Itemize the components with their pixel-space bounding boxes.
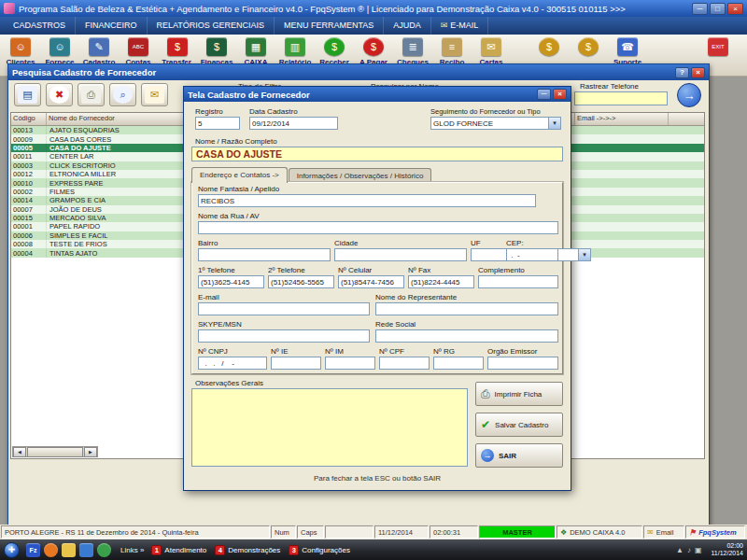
orgao-emissor-input[interactable] (487, 357, 558, 370)
dialog-close-button[interactable]: × (553, 89, 567, 100)
cep-input[interactable] (506, 248, 558, 261)
email-lista-button[interactable]: ✉ (141, 83, 168, 106)
toolbar-contas-button[interactable]: ABC Contas (120, 35, 157, 66)
cnpj-input[interactable] (198, 357, 267, 370)
salvar-cadastro-button[interactable]: ✔ Salvar Cadastro (475, 413, 563, 437)
menu-financeiro[interactable]: FINANCEIRO (76, 17, 148, 35)
toolbar-exit-button[interactable]: EXIT (699, 35, 737, 66)
imprimir-ficha-button[interactable]: ⎙ Imprimir Ficha (475, 382, 563, 406)
rg-input[interactable] (433, 357, 484, 370)
toolbar-cadastro-button[interactable]: ✎ Cadastro (80, 35, 118, 66)
email-input[interactable] (198, 302, 370, 315)
tab-endereco-contatos[interactable]: Endereço e Contatos -> (191, 167, 288, 183)
seguimento-select[interactable] (430, 117, 548, 130)
chevron-down-icon[interactable]: ▾ (548, 117, 561, 130)
cidade-input[interactable] (334, 248, 467, 261)
fax-input[interactable] (408, 275, 474, 288)
notification-button[interactable]: 4 Demonstrações (215, 545, 280, 555)
menu-cadastros[interactable]: CADASTROS (4, 17, 76, 35)
cpf-input[interactable] (379, 357, 430, 370)
telefone1-input[interactable] (198, 275, 264, 288)
im-input[interactable] (325, 357, 375, 370)
media-icon[interactable] (97, 543, 111, 557)
toolbar-moeda-1-button[interactable]: $ (530, 35, 568, 66)
column-header[interactable]: Código (11, 113, 47, 125)
minimize-button[interactable]: ─ (692, 3, 708, 15)
toolbar-financas-button[interactable]: $ Finanças (198, 35, 235, 66)
column-header[interactable]: Email ->->-> (575, 113, 669, 125)
uf-label: UF (471, 239, 500, 247)
telefone2-input[interactable] (268, 275, 334, 288)
menu-ajuda[interactable]: AJUDA (384, 17, 431, 35)
column-header[interactable] (669, 113, 705, 125)
bairro-input[interactable] (198, 248, 331, 261)
toolbar-icon: EXIT (708, 37, 728, 56)
tray-icon[interactable]: ▲ (676, 546, 684, 554)
menu-relatorios-gerenciais[interactable]: RELATÓRIOS GERENCIAIS (148, 17, 275, 35)
close-button[interactable]: × (727, 3, 743, 15)
toolbar-suporte-button[interactable]: ☎ Suporte (609, 35, 646, 66)
novo-cadastro-button[interactable]: ▤ (14, 83, 41, 106)
toolbar-caixa-button[interactable]: ▦ CAIXA (237, 35, 275, 66)
pesquisar-button[interactable]: ⌕ (109, 83, 136, 106)
monitor-icon[interactable] (79, 543, 93, 557)
start-button[interactable]: ✚ (4, 542, 20, 558)
toolbar-transfer-button[interactable]: $ Transfer. (159, 35, 196, 66)
tray-icon[interactable]: ♪ (687, 546, 691, 554)
row-code-cell: 00008 (11, 240, 47, 248)
toolbar-moeda-2-button[interactable]: $ (570, 35, 607, 66)
menu-ferramentas[interactable]: MENU FERRAMENTAS (275, 17, 384, 35)
scroll-right-button[interactable]: ▶ (84, 447, 97, 457)
razao-social-field[interactable]: CASA DO AJUSTE (191, 147, 563, 161)
dialog-footer-hint: Para fechar a tela ESC ou botão SAIR (184, 474, 571, 483)
notification-button[interactable]: 1 Atendimento (151, 545, 206, 555)
skype-input[interactable] (198, 329, 370, 343)
row-code-cell: 00011 (11, 152, 47, 161)
horizontal-scrollbar[interactable]: ◀ ▶ (12, 446, 98, 457)
scroll-left-button[interactable]: ◀ (13, 447, 26, 457)
rua-input[interactable] (198, 221, 558, 234)
toolbar-receber-button[interactable]: $ Receber (316, 35, 353, 66)
firefox-icon[interactable] (44, 543, 58, 557)
taskbar-clock[interactable]: 02:00 11/12/2014 (711, 542, 743, 557)
dialog-minimize-button[interactable]: ─ (537, 89, 551, 100)
menu-email[interactable]: ✉ E-MAIL (431, 17, 489, 35)
rede-social-input[interactable] (375, 329, 558, 343)
rua-label: Nome da Rua / AV (198, 212, 558, 220)
status-icon: ⚑ (689, 528, 696, 537)
phone-trace-label: Rastrear Telefone (580, 82, 639, 91)
chevron-down-icon[interactable]: ▾ (578, 248, 591, 261)
toolbar-relatorio-button[interactable]: ▥ Relatório (276, 35, 314, 66)
toolbar-cheques-button[interactable]: ≣ Cheques (394, 35, 431, 66)
toolbar-apagar-button[interactable]: $ A Pagar (355, 35, 392, 66)
toolbar-fornece-button[interactable]: ☺ Fornece (41, 35, 78, 66)
notification-button[interactable]: 3 Configurações (289, 545, 350, 555)
links-label[interactable]: Links » (120, 546, 144, 554)
data-cadastro-input[interactable] (249, 117, 338, 130)
nome-fantasia-input[interactable] (198, 194, 536, 207)
toolbar-recibo-button[interactable]: ≡ Recibo (433, 35, 471, 66)
maximize-button[interactable]: □ (710, 3, 726, 15)
toolbar-clientes-button[interactable]: ☺ Clientes (2, 35, 39, 66)
notification-count-badge: 1 (151, 545, 162, 555)
tray-icon[interactable]: ▣ (695, 546, 702, 554)
help-button[interactable]: ? (675, 67, 689, 78)
celular-input[interactable] (338, 275, 404, 288)
scrollbar-thumb[interactable] (27, 447, 83, 457)
imprimir-lista-button[interactable]: ⎙ (78, 83, 105, 106)
tab-informacoes-historico[interactable]: Informações / Observações / Histórico (289, 168, 432, 183)
ie-input[interactable] (271, 357, 321, 370)
complemento-input[interactable] (478, 275, 558, 288)
observacoes-textarea[interactable] (191, 388, 468, 467)
search-window-close-button[interactable]: × (691, 67, 705, 78)
excluir-cadastro-button[interactable]: ✖ (46, 83, 73, 106)
toolbar-cartas-button[interactable]: ✉ Cartas (472, 35, 510, 66)
phone-trace-input[interactable] (574, 91, 668, 105)
registro-input[interactable] (195, 117, 240, 130)
folder-icon[interactable] (62, 543, 76, 557)
phone-trace-go-button[interactable]: → (677, 83, 701, 107)
column-header[interactable]: Nome do Fornecedor (47, 113, 189, 125)
fpqsystem-icon[interactable]: Fz (26, 543, 40, 557)
representante-input[interactable] (375, 302, 558, 315)
sair-button[interactable]: → SAIR (475, 443, 563, 468)
